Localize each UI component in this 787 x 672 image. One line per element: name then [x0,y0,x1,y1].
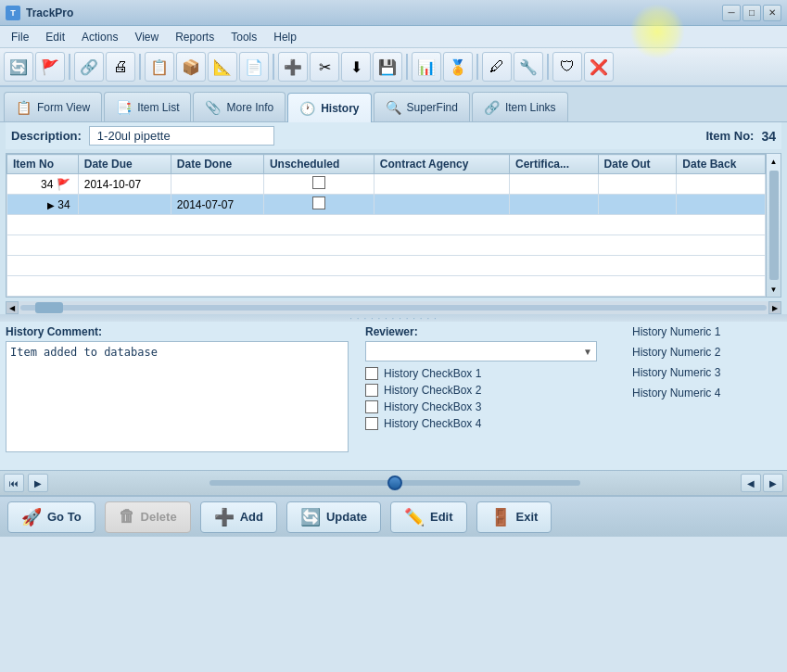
checkbox-4[interactable] [365,417,378,430]
cell-dateout [598,195,677,215]
data-grid-container: Item No Date Due Date Done Unscheduled C… [6,153,781,298]
prev-record-button[interactable]: ▶ [28,474,48,492]
tab-icon-5: 🔗 [484,100,500,115]
toolbar-btn-11[interactable]: 💾 [373,52,402,82]
update-label: Update [326,510,367,524]
toolbar-separator-8 [273,54,274,80]
history-comment-label: History Comment: [6,325,358,338]
horizontal-scrollbar[interactable]: ◀ ▶ [6,301,781,314]
menu-item-view[interactable]: View [127,29,166,45]
toolbar-separator-16 [547,54,549,80]
toolbar-btn-13[interactable]: 🏅 [443,52,473,82]
menu-item-reports[interactable]: Reports [168,29,222,45]
cell-datedue: 2014-10-07 [78,174,171,195]
exit-button[interactable]: 🚪 Exit [476,501,552,533]
menu-item-file[interactable]: File [4,29,36,45]
close-button[interactable]: ✕ [763,5,781,21]
delete-icon: 🗑 [119,507,135,526]
table-row[interactable]: 34 🚩 2014-10-07 [7,174,766,195]
toolbar-btn-8[interactable]: ➕ [278,52,308,82]
tab-item-list[interactable]: 📑Item List [104,92,191,121]
tab-more-info[interactable]: 📎More Info [193,92,286,121]
toolbar-btn-4[interactable]: 📋 [145,52,174,82]
tab-superfind[interactable]: 🔍SuperFind [374,92,470,121]
checkbox-2[interactable] [365,384,378,397]
checkbox-row-1: History CheckBox 1 [365,367,625,380]
tab-icon-1: 📑 [116,100,132,115]
cell-dateback [677,174,766,195]
cell-contract [374,195,509,215]
menu-item-help[interactable]: Help [266,29,304,45]
scroll-down-btn[interactable]: ▼ [768,282,781,297]
hscroll-left-btn[interactable]: ◀ [6,301,19,314]
toolbar-btn-14[interactable]: 🖊 [482,52,512,82]
tab-item-links[interactable]: 🔗Item Links [472,92,568,121]
delete-label: Delete [141,510,177,524]
toolbar-btn-1[interactable]: 🚩 [35,52,65,82]
toolbar-btn-0[interactable]: 🔄 [4,52,33,82]
history-comment-textarea[interactable]: Item added to database [6,341,349,452]
menu-bar: FileEditActionsViewReportsToolsHelp [0,26,787,48]
checkbox-3[interactable] [365,400,378,413]
toolbar-btn-16[interactable]: 🛡 [552,52,582,82]
checkbox-label-3: History CheckBox 3 [384,400,481,413]
toolbar-btn-10[interactable]: ⬇ [341,52,371,82]
edit-button[interactable]: ✏️ Edit [390,501,467,533]
numeric-label-3: History Numeric 3 [632,366,720,379]
toolbar-btn-12[interactable]: 📊 [412,52,441,82]
record-slider[interactable] [209,480,580,486]
cell-cert [509,174,598,195]
goto-button[interactable]: 🚀 Go To [7,501,95,533]
description-input[interactable] [89,126,274,146]
numeric-row-4: History Numeric 4 [632,387,781,399]
maximize-button[interactable]: □ [743,5,761,21]
tab-icon-3: 🕐 [299,101,315,116]
toolbar-btn-3[interactable]: 🖨 [106,52,135,82]
col-header-datedone: Date Done [171,155,263,174]
hscroll-right-btn[interactable]: ▶ [768,301,781,314]
menu-item-actions[interactable]: Actions [74,29,125,45]
cell-itemno: 34 🚩 [7,174,79,195]
col-header-dateback: Date Back [677,155,766,174]
slider-thumb[interactable] [387,475,402,490]
checkbox-label-1: History CheckBox 1 [384,367,481,380]
numeric-row-3: History Numeric 3 [632,366,781,379]
toolbar-btn-6[interactable]: 📐 [208,52,237,82]
window-controls: ─ □ ✕ [722,5,781,21]
checkbox-1[interactable] [365,367,378,380]
menu-item-edit[interactable]: Edit [38,29,72,45]
description-label: Description: [11,129,82,143]
reviewer-dropdown[interactable]: ▼ [365,341,597,361]
toolbar-btn-7[interactable]: 📄 [239,52,269,82]
update-button[interactable]: 🔄 Update [286,501,381,533]
nav-left-btn[interactable]: ◀ [741,474,761,492]
tab-form-view[interactable]: 📋Form View [4,92,102,121]
goto-icon: 🚀 [21,507,42,527]
update-icon: 🔄 [300,507,321,527]
table-row[interactable]: ▶ 34 2014-07-07 [7,195,766,215]
toolbar-separator-2 [69,54,70,80]
first-record-button[interactable]: ⏮ [4,474,24,492]
col-header-datedue: Date Due [78,155,171,174]
toolbar-btn-17[interactable]: ❌ [584,52,614,82]
record-slider-container [52,480,737,486]
add-button[interactable]: ➕ Add [200,501,277,533]
splitter[interactable]: · · · · · · · · · · · · · [0,314,787,322]
checkboxes-list: History CheckBox 1 History CheckBox 2 Hi… [365,367,625,430]
toolbar-btn-9[interactable]: ✂ [310,52,339,82]
toolbar-btn-15[interactable]: 🔧 [514,52,543,82]
menu-item-tools[interactable]: Tools [223,29,264,45]
add-label: Add [240,510,263,524]
title-bar: T TrackPro ─ □ ✕ [0,0,787,26]
toolbar-btn-2[interactable]: 🔗 [74,52,104,82]
nav-right-btn[interactable]: ▶ [763,474,783,492]
tab-icon-0: 📋 [16,100,32,115]
minimize-button[interactable]: ─ [722,5,741,21]
scroll-up-btn[interactable]: ▲ [768,154,781,169]
numeric-row-2: History Numeric 2 [632,346,781,359]
toolbar-btn-5[interactable]: 📦 [176,52,206,82]
tab-history[interactable]: 🕐History [287,93,371,122]
cell-cert [509,195,598,215]
delete-button[interactable]: 🗑 Delete [105,501,191,533]
toolbar: 🔄🚩🔗🖨📋📦📐📄➕✂⬇💾📊🏅🖊🔧🛡❌ [0,48,787,87]
